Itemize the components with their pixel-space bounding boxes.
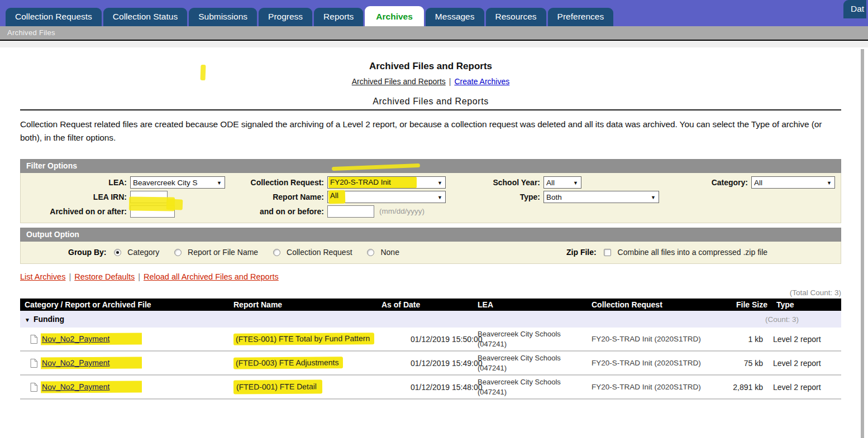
school-year-label: School Year: xyxy=(462,176,540,189)
archived-before-input[interactable] xyxy=(327,205,374,218)
archived-file-link[interactable]: Nov_No2_Payment xyxy=(42,358,109,368)
school-year-select-value: All xyxy=(546,179,555,187)
tab-archives[interactable]: Archives xyxy=(365,6,423,26)
tab-reports[interactable]: Reports xyxy=(314,8,363,26)
tab-collection-requests[interactable]: Collection Requests xyxy=(6,8,102,26)
category-select-value: All xyxy=(754,179,762,187)
tab-data-partial[interactable]: Dat xyxy=(843,0,866,18)
archived-before-field[interactable] xyxy=(327,205,374,218)
list-archives-link[interactable]: List Archives xyxy=(20,272,65,281)
group-by-none-radio[interactable] xyxy=(367,249,374,256)
group-by-row: Group By: Category Report or File Name C… xyxy=(68,247,412,257)
report-name-cell: (FTES-001) FTE Total by Fund Pattern xyxy=(233,333,374,345)
col-header-lea: LEA xyxy=(473,300,587,309)
collection-request-cell: FY20-S-TRAD Init (2020S1TRD) xyxy=(587,335,724,343)
action-links-row: List Archives|Restore Defaults|Reload al… xyxy=(20,272,841,281)
type-cell: Level 2 report xyxy=(772,335,841,344)
table-row: Nov_No2_Payment (FTED-001) FTE Detail 01… xyxy=(20,376,841,400)
filter-options-box: Filter Options LEA: Beavercreek City S▼ … xyxy=(20,159,841,223)
section-heading: Archived Files and Reports xyxy=(20,97,841,107)
zip-file-checkbox[interactable] xyxy=(604,249,611,256)
dropdown-arrow-icon: ▼ xyxy=(573,180,578,186)
action-separator: | xyxy=(138,272,140,281)
group-by-collection-label[interactable]: Collection Request xyxy=(287,248,352,257)
type-select-value: Both xyxy=(546,193,562,201)
as-of-date-cell: 01/12/2019 15:48:00 xyxy=(377,383,473,392)
tab-resources[interactable]: Resources xyxy=(486,8,546,26)
type-cell: Level 2 report xyxy=(772,359,841,368)
page-title: Archived Files and Reports xyxy=(20,61,841,72)
group-by-none-label[interactable]: None xyxy=(380,248,399,257)
tab-strip: Collection Requests Collection Status Su… xyxy=(6,6,615,26)
col-header-report: Report Name xyxy=(229,300,377,309)
breadcrumb: Archived Files xyxy=(0,26,868,41)
filter-options-header: Filter Options xyxy=(20,159,841,173)
tab-collection-status[interactable]: Collection Status xyxy=(103,8,187,26)
group-count: (Count: 3) xyxy=(765,315,799,324)
tab-submissions[interactable]: Submissions xyxy=(189,8,257,26)
lea-cell: Beavercreek City Schools(047241) xyxy=(473,377,587,397)
archived-after-label: Archived on or after: xyxy=(21,205,127,218)
report-name-select[interactable]: All▼ xyxy=(327,191,446,203)
reload-archives-link[interactable]: Reload all Archived Files and Reports xyxy=(144,272,279,281)
group-by-collection-radio[interactable] xyxy=(273,249,280,256)
link-separator: | xyxy=(449,77,451,86)
archived-files-and-reports-link[interactable]: Archived Files and Reports xyxy=(352,77,446,86)
date-format-hint: (mm/dd/yyyy) xyxy=(379,205,425,218)
category-select[interactable]: All▼ xyxy=(751,176,835,189)
archived-after-input[interactable] xyxy=(130,205,175,218)
zip-file-row: Zip File: Combine all files into a compr… xyxy=(566,247,767,257)
group-by-category-label[interactable]: Category xyxy=(127,248,159,257)
tab-preferences[interactable]: Preferences xyxy=(548,8,614,26)
output-option-box: Output Option Group By: Category Report … xyxy=(20,228,841,264)
collection-request-cell: FY20-S-TRAD Init (2020S1TRD) xyxy=(587,383,724,391)
group-toggle[interactable]: ▼Funding xyxy=(20,315,64,324)
lea-select-value: Beavercreek City S xyxy=(133,179,198,187)
as-of-date-cell: 01/12/2019 15:49:00 xyxy=(377,359,473,368)
group-by-category-radio[interactable] xyxy=(114,249,121,256)
group-row-funding: ▼Funding (Count: 3) xyxy=(20,311,841,328)
zip-file-text[interactable]: Combine all files into a compressed .zip… xyxy=(618,248,767,257)
type-label: Type: xyxy=(462,191,540,203)
dropdown-arrow-icon: ▼ xyxy=(651,195,656,200)
category-label: Category: xyxy=(669,176,748,189)
file-icon xyxy=(30,359,37,368)
group-by-report-label[interactable]: Report or File Name xyxy=(188,248,258,257)
archived-file-link[interactable]: Nov_No2_Payment xyxy=(42,334,109,344)
tab-messages[interactable]: Messages xyxy=(426,8,484,26)
total-count-label: (Total Count: 3) xyxy=(20,288,841,297)
tab-progress[interactable]: Progress xyxy=(259,8,312,26)
type-select[interactable]: Both▼ xyxy=(543,191,659,203)
as-of-date-cell: 01/12/2019 15:50:00 xyxy=(377,335,473,344)
vertical-scrollbar[interactable] xyxy=(861,49,864,438)
file-icon xyxy=(30,335,37,344)
report-name-cell: (FTED-003) FTE Adjustments xyxy=(233,357,344,369)
output-option-body: Group By: Category Report or File Name C… xyxy=(20,242,841,264)
create-archives-link[interactable]: Create Archives xyxy=(454,77,509,86)
filter-options-body: LEA: Beavercreek City S▼ Collection Requ… xyxy=(20,173,841,223)
file-size-cell: 1 kb xyxy=(724,335,772,344)
dropdown-arrow-icon: ▼ xyxy=(437,195,442,200)
restore-defaults-link[interactable]: Restore Defaults xyxy=(74,272,135,281)
lea-irn-field[interactable] xyxy=(130,191,168,203)
collapse-arrow-icon[interactable]: ▼ xyxy=(25,317,30,323)
group-by-report-radio[interactable] xyxy=(174,249,182,256)
page-nav-links: Archived Files and Reports|Create Archiv… xyxy=(20,77,841,86)
col-header-type: Type xyxy=(772,300,841,309)
archived-file-link[interactable]: Nov_No2_Payment xyxy=(42,382,109,392)
lea-irn-input[interactable] xyxy=(130,191,168,203)
action-separator: | xyxy=(69,272,71,281)
collection-request-select[interactable]: FY20-S-TRAD Init▼ xyxy=(327,176,446,189)
table-row: Nov_No2_Payment (FTED-003) FTE Adjustmen… xyxy=(20,352,841,376)
archived-after-field[interactable] xyxy=(130,205,175,218)
zip-file-label: Zip File: xyxy=(566,248,597,257)
archived-before-label: and on or before: xyxy=(211,205,324,218)
lea-irn-label: LEA IRN: xyxy=(37,191,127,203)
report-name-select-value: All xyxy=(328,190,346,204)
output-option-header: Output Option xyxy=(20,228,841,242)
col-header-category: Category / Report or Archived File xyxy=(20,300,229,309)
collection-request-cell: FY20-S-TRAD Init (2020S1TRD) xyxy=(587,359,724,367)
report-name-cell: (FTED-001) FTE Detail xyxy=(233,379,322,394)
lea-label: LEA: xyxy=(37,176,127,189)
school-year-select[interactable]: All▼ xyxy=(543,176,581,189)
